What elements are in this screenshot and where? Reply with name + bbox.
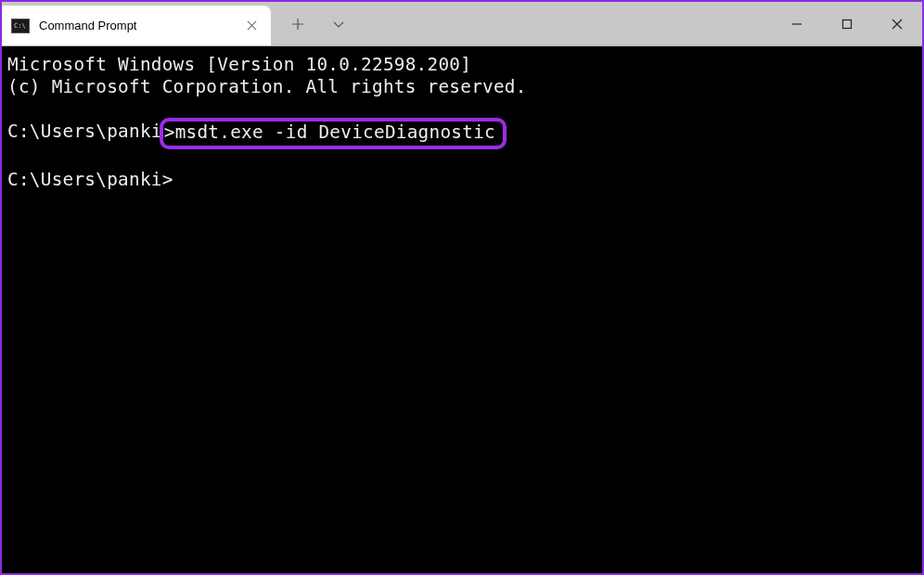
window-controls — [772, 2, 922, 45]
minimize-icon — [791, 19, 802, 30]
title-bar: C:\ Command Prompt — [2, 2, 922, 46]
close-button[interactable] — [872, 2, 922, 45]
plus-icon — [291, 18, 304, 31]
tab-title: Command Prompt — [39, 19, 243, 32]
tab-dropdown-button[interactable] — [319, 6, 358, 42]
close-icon — [892, 19, 903, 30]
prompt-line-2: C:\Users\panki> — [7, 169, 917, 191]
svg-rect-0 — [843, 19, 852, 28]
minimize-button[interactable] — [772, 2, 822, 45]
blank-line — [7, 147, 917, 169]
terminal-output[interactable]: Microsoft Windows [Version 10.0.22598.20… — [2, 46, 922, 198]
version-line: Microsoft Windows [Version 10.0.22598.20… — [7, 54, 917, 76]
tab-actions — [271, 2, 358, 45]
cmd-icon: C:\ — [11, 19, 30, 33]
new-tab-button[interactable] — [278, 6, 317, 42]
copyright-line: (c) Microsoft Corporation. All rights re… — [7, 76, 917, 98]
title-bar-spacer[interactable] — [358, 2, 772, 45]
chevron-down-icon — [332, 18, 345, 31]
maximize-button[interactable] — [822, 2, 872, 45]
maximize-icon — [841, 19, 853, 30]
prompt-path: C:\Users\panki — [7, 121, 162, 147]
command-line-1: C:\Users\panki>msdt.exe -id DeviceDiagno… — [7, 121, 917, 147]
typed-command: msdt.exe -id DeviceDiagnostic — [175, 121, 495, 143]
tab-close-button[interactable] — [243, 18, 260, 34]
close-icon — [247, 20, 257, 31]
tab-command-prompt[interactable]: C:\ Command Prompt — [2, 6, 271, 45]
prompt-arrow: > — [164, 121, 175, 143]
command-highlight: >msdt.exe -id DeviceDiagnostic — [160, 118, 507, 149]
